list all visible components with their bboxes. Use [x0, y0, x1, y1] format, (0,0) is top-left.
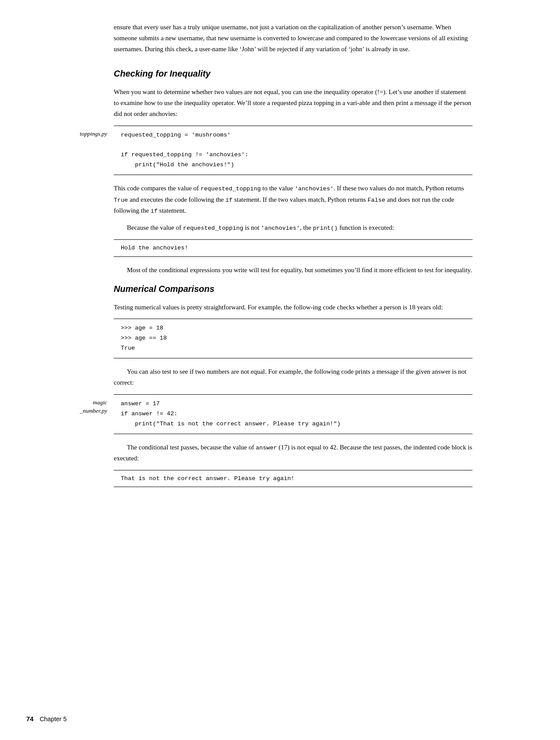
body2-text3: . If these two values do not match, Pyth…: [334, 185, 464, 192]
section2-body3: The conditional test passes, because the…: [114, 442, 472, 464]
section1-heading: Checking for Inequality: [114, 67, 472, 81]
body2-text2: to the value: [261, 185, 294, 192]
code-label-magic: magic _number.py: [57, 399, 107, 415]
body3-text4: function is executed:: [338, 224, 394, 231]
section1-body2: This code compares the value of requeste…: [114, 183, 472, 216]
footer-chapter-label: Chapter 5: [40, 714, 66, 724]
body2-text4: and executes the code following the: [128, 196, 225, 203]
body3s2-text1: The conditional test passes, because the…: [127, 444, 256, 451]
code-content-age: >>> age = 18 >>> age == 18 True: [114, 319, 472, 358]
section2-body1: Testing numerical values is pretty strai…: [114, 302, 472, 313]
section1-body4: Most of the conditional expressions you …: [114, 265, 472, 276]
section2-heading: Numerical Comparisons: [114, 282, 472, 296]
body3-text2: is not: [243, 224, 261, 231]
body2-text1: This code compares the value of: [114, 185, 200, 192]
body2-code5: False: [368, 197, 385, 203]
body2-text5: statement. If the two values match, Pyth…: [232, 196, 368, 203]
page: ensure that every user has a truly uniqu…: [0, 0, 560, 740]
code-block-toppings: toppings.py requested_topping = 'mushroo…: [114, 126, 472, 175]
body2-code2: 'anchovies': [294, 186, 333, 192]
section2-body2: You can also test to see if two numbers …: [114, 366, 472, 388]
body3-text1: Because the value of: [127, 224, 183, 231]
footer: 74 Chapter 5: [26, 714, 66, 724]
body3-code2: 'anchovies': [261, 225, 300, 231]
body3-code1: requested_topping: [183, 225, 243, 231]
code-content-toppings: requested_topping = 'mushrooms' if reque…: [114, 126, 472, 175]
output-anchovies: Hold the anchovies!: [114, 239, 472, 257]
body2-code4: if: [225, 197, 232, 203]
section1-body3: Because the value of requested_topping i…: [114, 222, 472, 233]
body3s2-code1: answer: [256, 445, 277, 451]
code-block-magic: magic _number.py answer = 17 if answer !…: [114, 394, 472, 434]
body2-code3: True: [114, 197, 128, 203]
output-wrong-answer: That is not the correct answer. Please t…: [114, 470, 472, 487]
magic-label-line1: magic: [93, 399, 107, 406]
body3-code3: print(): [313, 225, 338, 231]
footer-page-number: 74: [26, 714, 34, 724]
body2-text7: statement.: [158, 207, 186, 214]
code-block-age: >>> age = 18 >>> age == 18 True: [114, 319, 472, 358]
code-label-toppings: toppings.py: [57, 130, 107, 138]
body2-code6: if: [150, 208, 158, 214]
magic-label-line2: _number.py: [80, 407, 107, 414]
body2-code1: requested_topping: [200, 186, 261, 192]
intro-paragraph: ensure that every user has a truly uniqu…: [114, 22, 472, 54]
section1-body1: When you want to determine whether two v…: [114, 87, 472, 119]
content-area: ensure that every user has a truly uniqu…: [114, 22, 472, 487]
body3-text3: , the: [300, 224, 313, 231]
code-content-magic: answer = 17 if answer != 42: print("That…: [114, 394, 472, 434]
